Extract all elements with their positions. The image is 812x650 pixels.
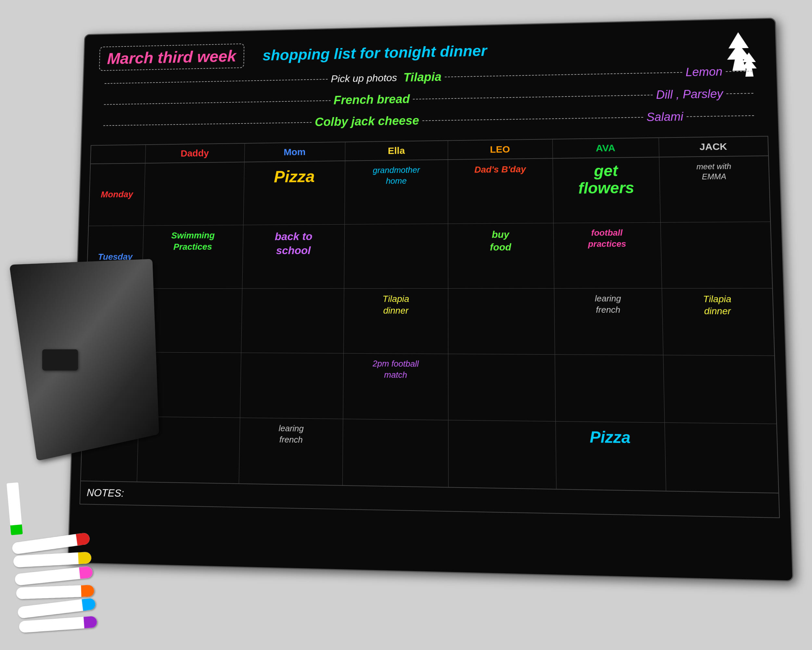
lemon-item: Lemon — [685, 65, 722, 79]
dashed-line-3 — [103, 122, 311, 126]
cell-4-ava — [555, 355, 665, 422]
cell-monday-leo: Dad's B'day — [448, 159, 554, 223]
title-row: March third week shopping list for tonig… — [99, 32, 759, 71]
marker-cyan — [17, 598, 96, 619]
row-5: learingfrench Pizza — [81, 416, 778, 493]
cell-wednesday-ella: Tilapiadinner — [344, 289, 449, 353]
cell-tuesday-ava: footballpractices — [554, 223, 662, 288]
salami-item: Salami — [646, 110, 683, 124]
cell-5-ella — [343, 419, 449, 487]
dill-item: Dill , Parsley — [656, 87, 723, 101]
shopping-items: Pick up photos Tilapia Lemon French brea… — [97, 64, 761, 136]
calendar-grid: Daddy Mom Ella LEO AVA JACK Monday Pizza… — [79, 136, 780, 518]
header-jack: JACK — [659, 136, 768, 157]
tilapia-dinner-2-text: Tilapiadinner — [703, 293, 732, 318]
green-marker — [6, 482, 23, 535]
cell-5-jack — [665, 423, 778, 493]
header-mom: Mom — [244, 142, 346, 162]
frenchbread-item: French bread — [334, 92, 410, 107]
cell-monday-jack: meet withEMMA — [659, 156, 770, 222]
row-wednesday: Wednesday Tilapiadinner learingfrench Ti… — [85, 289, 774, 356]
cell-wednesday-ava: learingfrench — [554, 289, 664, 355]
pickup-note: Pick up photos — [331, 72, 397, 84]
cell-4-jack — [664, 355, 776, 424]
row-tuesday: Tuesday SwimmingPractices back toschool … — [87, 222, 772, 289]
top-section: March third week shopping list for tonig… — [91, 29, 768, 139]
top-markers — [6, 476, 89, 535]
cell-5-leo — [449, 420, 556, 489]
cell-tuesday-mom: back toschool — [242, 225, 345, 288]
h-markers-5 — [17, 598, 96, 619]
dashed-line-3c — [687, 115, 754, 117]
cell-tuesday-ella — [344, 224, 448, 288]
cell-tuesday-leo: buyfood — [448, 223, 554, 288]
tilapia-dinner-1-text: Tilapiadinner — [383, 293, 409, 317]
cell-monday-daddy — [144, 162, 244, 225]
magnetic-back-panel — [9, 259, 159, 461]
cell-wednesday-leo — [448, 289, 555, 354]
shopping-row-2: French bread Dill , Parsley — [101, 86, 757, 111]
shopping-title: shopping list for tonight dinner — [263, 42, 487, 64]
cell-tuesday-daddy: SwimmingPractices — [142, 225, 244, 289]
pizza-text: Pizza — [274, 166, 315, 188]
header-leo: LEO — [448, 139, 553, 159]
grandmother-home-text: grandmotherhome — [372, 165, 420, 187]
pizza-2-text: Pizza — [589, 427, 631, 448]
header-ella: Ella — [345, 141, 448, 160]
cell-4-ella: 2pm footballmatch — [343, 353, 449, 420]
marker-orange — [16, 585, 94, 599]
dashed-line-2b — [413, 95, 653, 99]
march-word: March — [107, 49, 154, 67]
cell-monday-mom: Pizza — [243, 161, 345, 225]
h-markers-6 — [19, 616, 98, 633]
month-title-box: March third week — [99, 44, 244, 71]
row-4: 2pm footballmatch — [83, 352, 776, 424]
notes-label: NOTES: — [87, 486, 124, 499]
cell-monday-ava: getflowers — [553, 157, 661, 223]
learing-french-2-text: learingfrench — [278, 423, 304, 445]
dads-bday-text: Dad's B'day — [475, 164, 526, 176]
third-word: third — [157, 48, 193, 67]
marker-yellow — [13, 552, 92, 568]
h-markers-2 — [13, 552, 92, 568]
football-match-text: 2pm footballmatch — [372, 358, 419, 381]
learing-french-1-text: learingfrench — [595, 293, 621, 315]
h-markers-4 — [16, 585, 94, 599]
cheese-item: Colby jack cheese — [315, 114, 419, 129]
week-word: week — [197, 47, 237, 66]
marker-red — [12, 532, 91, 555]
markers-group — [6, 476, 98, 633]
cell-5-mom: learingfrench — [239, 418, 343, 485]
get-flowers-text: getflowers — [578, 162, 634, 197]
cell-4-mom — [240, 353, 343, 419]
cell-tuesday-jack — [661, 222, 772, 288]
day-monday: Monday — [89, 164, 145, 226]
marker-pink — [14, 566, 93, 586]
dashed-line-2 — [104, 100, 330, 105]
cell-wednesday-daddy — [140, 289, 242, 353]
dashed-line-1 — [105, 79, 328, 84]
meet-emma-text: meet withEMMA — [696, 161, 732, 182]
header-empty — [91, 145, 146, 164]
swimming-text: SwimmingPractices — [171, 230, 215, 253]
back-to-school-text: back toschool — [275, 229, 313, 257]
header-ava: AVA — [553, 138, 659, 158]
tilapia-item: Tilapia — [403, 70, 441, 84]
dashed-line-2c — [726, 93, 753, 94]
football-practices-text: footballpractices — [588, 228, 627, 250]
cell-5-ava: Pizza — [556, 422, 667, 491]
chalkboard: March third week shopping list for tonig… — [67, 18, 794, 581]
buy-food-text: buyfood — [490, 228, 511, 254]
eraser — [42, 349, 78, 370]
dashed-line-1b — [445, 72, 682, 77]
h-markers-1 — [12, 532, 91, 555]
shopping-row-3: Colby jack cheese Salami — [100, 109, 757, 132]
marker-purple — [19, 616, 98, 633]
header-daddy: Daddy — [145, 144, 245, 163]
dashed-line-1c — [726, 70, 752, 72]
cell-wednesday-mom — [241, 289, 345, 353]
scene: March third week shopping list for tonig… — [0, 0, 812, 650]
cell-4-leo — [448, 354, 556, 421]
dashed-line-3b — [422, 117, 643, 121]
cell-wednesday-jack: Tilapiadinner — [662, 289, 774, 356]
